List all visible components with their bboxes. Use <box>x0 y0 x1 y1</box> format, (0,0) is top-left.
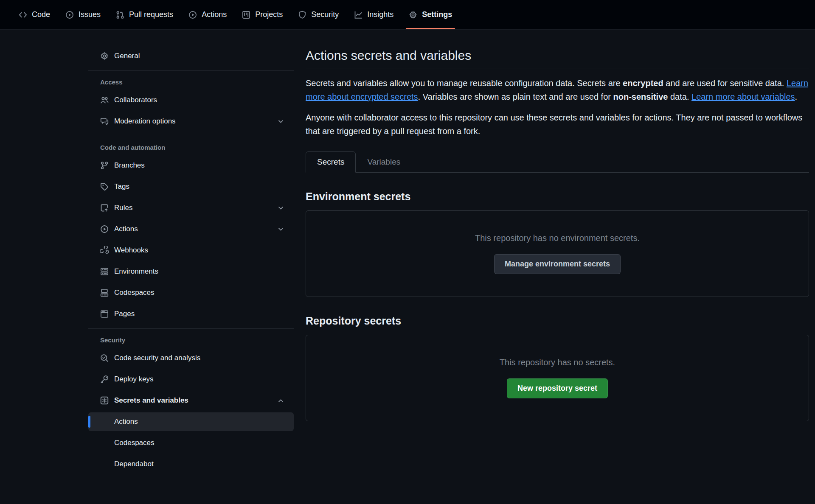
comment-discussion-icon <box>100 117 109 126</box>
play-icon <box>100 225 109 233</box>
manage-environment-secrets-button[interactable]: Manage environment secrets <box>494 254 621 274</box>
sidebar-item-collaborators[interactable]: Collaborators <box>88 91 294 109</box>
sidebar-item-code-security-and-analysis[interactable]: Code security and analysis <box>88 349 294 367</box>
sidebar-section-access: Access <box>88 77 294 91</box>
active-tab-underline <box>406 28 455 29</box>
sidebar-item-deploy-keys[interactable]: Deploy keys <box>88 370 294 389</box>
sidebar-item-general[interactable]: General <box>88 47 294 65</box>
sidebar-subitem-actions-secrets[interactable]: Actions <box>88 412 294 431</box>
nav-tab-issues[interactable]: Issues <box>59 0 107 29</box>
webhook-icon <box>100 246 109 255</box>
non-sensitive-emphasis: non-sensitive <box>613 92 668 101</box>
sidebar-item-secrets-and-variables[interactable]: Secrets and variables <box>88 391 294 410</box>
chevron-up-icon <box>277 397 284 404</box>
sidebar-section-code-and-automation: Code and automation <box>88 142 294 156</box>
issue-opened-icon <box>65 11 74 19</box>
sidebar-subitem-codespaces-secrets[interactable]: Codespaces <box>88 434 294 452</box>
tag-icon <box>100 182 109 191</box>
server-icon <box>100 267 109 276</box>
nav-tab-projects[interactable]: Projects <box>236 0 289 29</box>
environment-secrets-heading: Environment secrets <box>306 190 809 203</box>
tab-secrets[interactable]: Secrets <box>306 151 356 173</box>
link-learn-more-variables[interactable]: Learn more about variables <box>691 92 795 101</box>
sidebar-item-codespaces[interactable]: Codespaces <box>88 283 294 302</box>
settings-content: Actions secrets and variables Secrets an… <box>306 47 809 421</box>
gear-icon <box>409 11 417 19</box>
browser-icon <box>100 310 109 318</box>
git-pull-request-icon <box>116 11 124 19</box>
secrets-variables-tabnav: Secrets Variables <box>306 151 809 173</box>
nav-tab-actions[interactable]: Actions <box>182 0 233 29</box>
nav-tab-security[interactable]: Security <box>292 0 345 29</box>
shield-icon <box>298 11 306 19</box>
tab-variables[interactable]: Variables <box>356 151 412 173</box>
project-table-icon <box>242 11 250 19</box>
graph-icon <box>354 11 363 19</box>
repository-secrets-empty-message: This repository has no secrets. <box>500 358 615 367</box>
new-repository-secret-button[interactable]: New repository secret <box>507 378 608 398</box>
codespaces-icon <box>100 288 109 297</box>
code-icon <box>19 11 27 19</box>
collaborator-access-paragraph: Anyone with collaborator access to this … <box>306 111 809 138</box>
repository-secrets-heading: Repository secrets <box>306 315 809 327</box>
rules-icon <box>100 204 109 212</box>
repository-secrets-empty-box: This repository has no secrets. New repo… <box>306 335 809 421</box>
environment-secrets-empty-message: This repository has no environment secre… <box>475 233 640 243</box>
nav-tab-pull-requests[interactable]: Pull requests <box>110 0 180 29</box>
key-asterisk-icon <box>100 396 109 405</box>
sidebar-item-environments[interactable]: Environments <box>88 262 294 281</box>
environment-secrets-empty-box: This repository has no environment secre… <box>306 210 809 297</box>
sidebar-item-actions[interactable]: Actions <box>88 220 294 238</box>
sidebar-item-webhooks[interactable]: Webhooks <box>88 241 294 260</box>
chevron-down-icon <box>277 226 284 233</box>
settings-sidebar: General Access Collaborators Moderation … <box>88 47 294 476</box>
people-icon <box>100 96 109 104</box>
sidebar-divider <box>88 70 294 71</box>
chevron-down-icon <box>277 204 284 212</box>
key-icon <box>100 375 109 384</box>
sidebar-subitem-dependabot-secrets[interactable]: Dependabot <box>88 455 294 473</box>
encrypted-emphasis: encrypted <box>623 78 663 88</box>
intro-paragraph: Secrets and variables allow you to manag… <box>306 77 809 104</box>
chevron-down-icon <box>277 118 284 125</box>
sidebar-divider <box>88 136 294 136</box>
sidebar-section-security: Security <box>88 335 294 349</box>
sidebar-divider <box>88 328 294 329</box>
gear-icon <box>100 52 109 60</box>
nav-tab-settings[interactable]: Settings <box>402 0 458 29</box>
sidebar-item-moderation-options[interactable]: Moderation options <box>88 112 294 131</box>
nav-tab-insights[interactable]: Insights <box>348 0 400 29</box>
repo-tab-navigation: Code Issues Pull requests Actions Projec… <box>0 0 815 30</box>
play-icon <box>188 11 197 19</box>
codescan-icon <box>100 354 109 362</box>
sidebar-item-rules[interactable]: Rules <box>88 199 294 217</box>
sidebar-item-pages[interactable]: Pages <box>88 305 294 323</box>
sidebar-item-tags[interactable]: Tags <box>88 177 294 196</box>
git-branch-icon <box>100 161 109 170</box>
sidebar-item-branches[interactable]: Branches <box>88 156 294 175</box>
page-title: Actions secrets and variables <box>306 48 809 68</box>
nav-tab-code[interactable]: Code <box>12 0 56 29</box>
